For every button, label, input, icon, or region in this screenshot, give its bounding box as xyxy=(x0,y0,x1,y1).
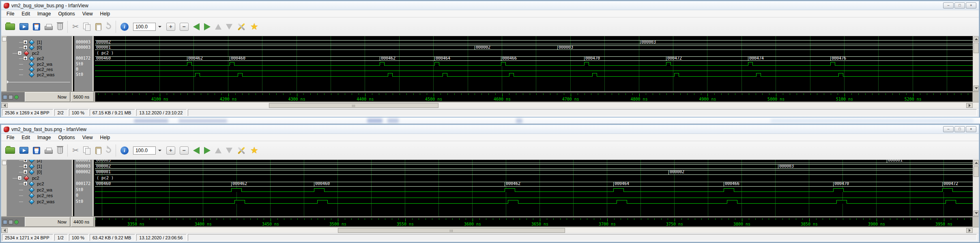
save-icon[interactable] xyxy=(33,23,40,30)
open-icon[interactable] xyxy=(5,24,15,30)
timeline-icon-c[interactable] xyxy=(14,220,19,224)
scroll-right-icon[interactable] xyxy=(966,103,973,108)
menu-item-view[interactable]: View xyxy=(79,135,97,140)
signal-row[interactable]: +[0] xyxy=(7,45,72,50)
paste-icon[interactable] xyxy=(95,23,101,30)
previous-file-icon[interactable] xyxy=(193,23,200,30)
scroll-up-icon[interactable] xyxy=(974,160,979,166)
timeline-icon-b[interactable] xyxy=(9,95,13,99)
copy-icon[interactable] xyxy=(83,23,91,30)
signal-row[interactable]: +[1] xyxy=(7,163,72,170)
close-button[interactable]: × xyxy=(966,126,976,132)
menu-item-edit[interactable]: Edit xyxy=(18,135,34,140)
signal-row[interactable]: -pc2 xyxy=(7,50,72,56)
scroll-right-icon[interactable] xyxy=(966,228,973,233)
undo-icon[interactable] xyxy=(105,23,112,30)
signal-row[interactable]: pc2_res xyxy=(7,67,72,72)
menu-item-image[interactable]: Image xyxy=(34,11,54,17)
favorites-star-icon[interactable]: ★ xyxy=(250,146,258,155)
maximize-button[interactable]: □ xyxy=(954,126,965,132)
signal-names-panel[interactable]: +[1]+[0]-pc2+pc2pc2_wapc2_respc2_was xyxy=(7,36,73,91)
delete-icon[interactable] xyxy=(57,147,63,154)
menu-item-help[interactable]: Help xyxy=(97,135,114,140)
timeline-icon-a[interactable] xyxy=(3,220,7,224)
print-icon[interactable] xyxy=(45,150,53,154)
scroll-left-icon[interactable] xyxy=(1,228,8,233)
paste-icon[interactable] xyxy=(95,147,101,154)
open-icon[interactable] xyxy=(5,147,15,154)
close-button[interactable]: × xyxy=(966,2,976,9)
expand-icon[interactable]: + xyxy=(23,56,28,60)
titlebar[interactable]: vm2_bug_slow_bus.png - IrfanView – □ × xyxy=(1,1,979,10)
copy-icon[interactable] xyxy=(83,146,91,154)
last-file-icon[interactable] xyxy=(226,24,232,30)
signal-row[interactable]: pc2_res xyxy=(7,193,72,199)
waveform-panel[interactable]: 000003000001000002000003000001000002( pc… xyxy=(95,160,973,216)
info-icon[interactable]: i xyxy=(120,146,129,155)
timeline-icon-b[interactable] xyxy=(9,220,13,224)
signal-row[interactable]: pc2_was xyxy=(7,72,72,77)
menu-item-file[interactable]: File xyxy=(3,135,18,140)
signal-names-panel[interactable]: +[2]+[1]+[0]-pc2+pc2pc2_wapc2_respc2_was xyxy=(7,160,73,216)
settings-tools-icon[interactable] xyxy=(237,22,246,31)
expand-icon[interactable]: + xyxy=(23,170,28,174)
vertical-scroll-thumb[interactable] xyxy=(974,166,979,177)
signal-row[interactable]: +pc2 xyxy=(7,56,72,61)
zoom-dropdown-icon[interactable] xyxy=(158,23,162,31)
vertical-scrollbar[interactable] xyxy=(973,36,979,91)
scroll-down-icon[interactable] xyxy=(974,211,979,216)
scroll-down-icon[interactable] xyxy=(974,86,979,91)
expand-icon[interactable]: + xyxy=(23,164,28,168)
undo-icon[interactable] xyxy=(105,146,112,154)
titlebar[interactable]: vm2_bug_fast_bus.png - IrfanView – □ × xyxy=(1,125,979,134)
timeline-icon-a[interactable] xyxy=(3,95,7,99)
info-icon[interactable]: i xyxy=(120,23,129,31)
zoom-out-button[interactable]: − xyxy=(180,146,189,155)
menu-item-file[interactable]: File xyxy=(3,11,18,17)
vertical-scroll-thumb[interactable] xyxy=(974,43,979,53)
menu-item-edit[interactable]: Edit xyxy=(18,11,34,17)
slideshow-icon[interactable] xyxy=(19,23,28,30)
next-file-icon[interactable] xyxy=(204,23,211,30)
expand-icon[interactable]: + xyxy=(23,160,28,162)
maximize-button[interactable]: □ xyxy=(954,2,965,9)
menu-item-options[interactable]: Options xyxy=(54,135,78,140)
minimize-button[interactable]: – xyxy=(943,2,954,9)
zoom-input[interactable]: 100.0 xyxy=(133,23,156,31)
zoom-dropdown-icon[interactable] xyxy=(158,146,162,155)
save-icon[interactable] xyxy=(33,147,40,154)
zoom-in-button[interactable]: + xyxy=(166,146,175,155)
delete-icon[interactable] xyxy=(57,23,63,30)
menu-item-help[interactable]: Help xyxy=(97,11,114,17)
scroll-up-icon[interactable] xyxy=(974,37,979,42)
menu-item-options[interactable]: Options xyxy=(54,11,78,17)
scroll-left-icon[interactable] xyxy=(1,103,8,108)
expand-icon[interactable]: + xyxy=(23,40,28,44)
favorites-star-icon[interactable]: ★ xyxy=(250,22,258,31)
collapse-icon[interactable]: - xyxy=(17,51,22,55)
slideshow-icon[interactable] xyxy=(19,147,28,154)
zoom-out-button[interactable]: − xyxy=(180,23,189,31)
print-icon[interactable] xyxy=(45,26,53,30)
menu-item-view[interactable]: View xyxy=(79,11,97,17)
zoom-in-button[interactable]: + xyxy=(166,23,175,31)
timeline-icon-c[interactable] xyxy=(14,95,19,99)
collapse-icon[interactable]: - xyxy=(17,176,22,180)
first-file-icon[interactable] xyxy=(215,148,221,153)
signal-row[interactable]: +pc2 xyxy=(7,181,72,187)
signal-row[interactable]: pc2_was xyxy=(7,199,72,205)
signal-row[interactable]: pc2_wa xyxy=(7,187,72,193)
horizontal-scroll-thumb[interactable] xyxy=(269,103,438,108)
horizontal-scroll-thumb[interactable] xyxy=(338,228,565,233)
expand-icon[interactable]: + xyxy=(23,45,28,49)
waveform-panel[interactable]: 000002000003000001000002000003( pc2 )000… xyxy=(95,36,973,91)
menu-item-image[interactable]: Image xyxy=(34,135,54,140)
signal-row[interactable]: +[2] xyxy=(7,160,72,163)
signal-row[interactable]: +[1] xyxy=(7,39,72,45)
signal-row[interactable]: +[0] xyxy=(7,169,72,175)
next-file-icon[interactable] xyxy=(204,147,211,154)
expand-icon[interactable]: + xyxy=(23,181,28,186)
zoom-input[interactable]: 100.0 xyxy=(133,146,156,155)
previous-file-icon[interactable] xyxy=(193,147,200,154)
first-file-icon[interactable] xyxy=(215,24,221,30)
